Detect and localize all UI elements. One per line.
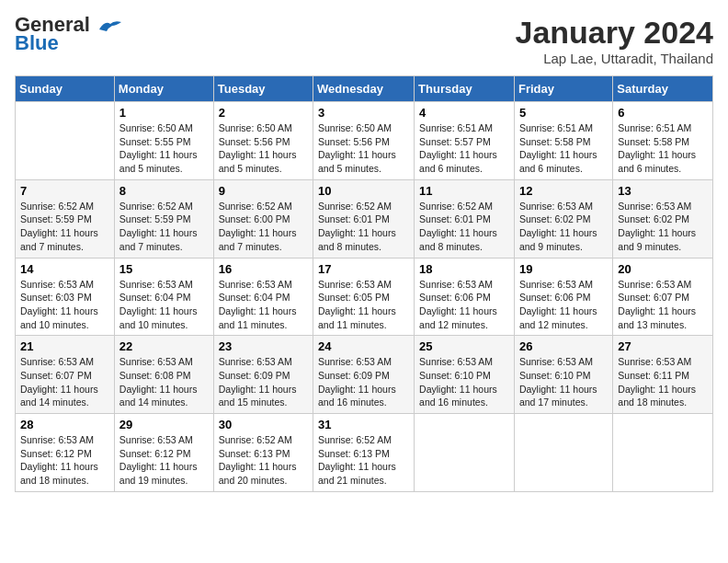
calendar-cell: 31Sunrise: 6:52 AMSunset: 6:13 PMDayligh…: [313, 414, 415, 492]
col-header-saturday: Saturday: [613, 76, 713, 102]
calendar-cell: [514, 414, 612, 492]
day-info: Sunrise: 6:50 AMSunset: 5:55 PMDaylight:…: [119, 121, 209, 176]
day-info: Sunrise: 6:52 AMSunset: 6:13 PMDaylight:…: [219, 433, 308, 488]
day-number: 25: [419, 339, 509, 353]
title-block: January 2024 Lap Lae, Uttaradit, Thailan…: [516, 15, 714, 66]
day-number: 29: [119, 418, 209, 431]
location-subtitle: Lap Lae, Uttaradit, Thailand: [516, 51, 714, 66]
calendar-cell: 15Sunrise: 6:53 AMSunset: 6:04 PMDayligh…: [114, 258, 213, 336]
day-number: 30: [219, 418, 308, 431]
day-number: 23: [219, 339, 308, 353]
day-info: Sunrise: 6:53 AMSunset: 6:06 PMDaylight:…: [419, 278, 509, 332]
day-info: Sunrise: 6:53 AMSunset: 6:06 PMDaylight:…: [519, 278, 608, 332]
calendar-cell: 2Sunrise: 6:50 AMSunset: 5:56 PMDaylight…: [213, 102, 313, 180]
day-number: 16: [219, 262, 308, 276]
calendar-cell: 16Sunrise: 6:53 AMSunset: 6:04 PMDayligh…: [213, 258, 313, 336]
day-number: 13: [618, 184, 708, 198]
calendar-cell: 8Sunrise: 6:52 AMSunset: 5:59 PMDaylight…: [114, 179, 213, 258]
calendar-cell: 5Sunrise: 6:51 AMSunset: 5:58 PMDaylight…: [514, 102, 612, 180]
page-header: General Blue January 2024 Lap Lae, Uttar…: [15, 15, 713, 66]
day-number: 26: [519, 339, 608, 353]
day-info: Sunrise: 6:53 AMSunset: 6:09 PMDaylight:…: [219, 355, 308, 409]
day-number: 6: [618, 106, 708, 120]
week-row-1: 1Sunrise: 6:50 AMSunset: 5:55 PMDaylight…: [16, 102, 713, 180]
day-info: Sunrise: 6:50 AMSunset: 5:56 PMDaylight:…: [318, 121, 409, 176]
day-info: Sunrise: 6:52 AMSunset: 5:59 PMDaylight:…: [119, 200, 209, 254]
day-info: Sunrise: 6:53 AMSunset: 6:10 PMDaylight:…: [419, 355, 509, 409]
col-header-wednesday: Wednesday: [313, 76, 415, 102]
day-number: 22: [119, 339, 209, 353]
day-number: 2: [219, 106, 308, 120]
week-row-3: 14Sunrise: 6:53 AMSunset: 6:03 PMDayligh…: [16, 258, 713, 336]
day-info: Sunrise: 6:53 AMSunset: 6:09 PMDaylight:…: [318, 355, 409, 409]
calendar-cell: 18Sunrise: 6:53 AMSunset: 6:06 PMDayligh…: [415, 258, 515, 336]
col-header-thursday: Thursday: [415, 76, 515, 102]
calendar-cell: 6Sunrise: 6:51 AMSunset: 5:58 PMDaylight…: [613, 102, 713, 180]
logo-blue: Blue: [15, 31, 59, 55]
calendar-table: SundayMondayTuesdayWednesdayThursdayFrid…: [15, 75, 713, 492]
calendar-cell: [16, 102, 115, 180]
day-info: Sunrise: 6:53 AMSunset: 6:02 PMDaylight:…: [519, 200, 608, 254]
day-info: Sunrise: 6:53 AMSunset: 6:08 PMDaylight:…: [119, 355, 209, 409]
logo: General Blue: [15, 15, 121, 55]
day-number: 10: [318, 184, 409, 198]
day-info: Sunrise: 6:53 AMSunset: 6:11 PMDaylight:…: [618, 355, 708, 409]
calendar-cell: 19Sunrise: 6:53 AMSunset: 6:06 PMDayligh…: [514, 258, 612, 336]
day-number: 11: [419, 184, 509, 198]
calendar-cell: 9Sunrise: 6:52 AMSunset: 6:00 PMDaylight…: [213, 179, 313, 258]
week-row-4: 21Sunrise: 6:53 AMSunset: 6:07 PMDayligh…: [16, 336, 713, 414]
calendar-cell: 24Sunrise: 6:53 AMSunset: 6:09 PMDayligh…: [313, 336, 415, 414]
col-header-tuesday: Tuesday: [213, 76, 313, 102]
day-number: 28: [20, 418, 109, 431]
calendar-cell: 13Sunrise: 6:53 AMSunset: 6:02 PMDayligh…: [613, 179, 713, 258]
day-number: 8: [119, 184, 209, 198]
day-info: Sunrise: 6:52 AMSunset: 6:01 PMDaylight:…: [419, 200, 509, 254]
day-number: 9: [219, 184, 308, 198]
day-info: Sunrise: 6:53 AMSunset: 6:07 PMDaylight:…: [20, 355, 109, 409]
day-number: 20: [618, 262, 708, 276]
week-row-2: 7Sunrise: 6:52 AMSunset: 5:59 PMDaylight…: [16, 179, 713, 258]
calendar-cell: 26Sunrise: 6:53 AMSunset: 6:10 PMDayligh…: [514, 336, 612, 414]
calendar-cell: 27Sunrise: 6:53 AMSunset: 6:11 PMDayligh…: [613, 336, 713, 414]
day-number: 21: [20, 339, 109, 353]
day-info: Sunrise: 6:51 AMSunset: 5:57 PMDaylight:…: [419, 121, 509, 176]
day-number: 18: [419, 262, 509, 276]
calendar-cell: [415, 414, 515, 492]
calendar-header-row: SundayMondayTuesdayWednesdayThursdayFrid…: [16, 76, 713, 102]
day-info: Sunrise: 6:53 AMSunset: 6:04 PMDaylight:…: [119, 278, 209, 332]
calendar-cell: 14Sunrise: 6:53 AMSunset: 6:03 PMDayligh…: [16, 258, 115, 336]
day-info: Sunrise: 6:53 AMSunset: 6:02 PMDaylight:…: [618, 200, 708, 254]
calendar-cell: 7Sunrise: 6:52 AMSunset: 5:59 PMDaylight…: [16, 179, 115, 258]
day-info: Sunrise: 6:53 AMSunset: 6:04 PMDaylight:…: [219, 278, 308, 332]
calendar-cell: [613, 414, 713, 492]
calendar-cell: 25Sunrise: 6:53 AMSunset: 6:10 PMDayligh…: [415, 336, 515, 414]
day-number: 3: [318, 106, 409, 120]
day-info: Sunrise: 6:53 AMSunset: 6:07 PMDaylight:…: [618, 278, 708, 332]
calendar-cell: 22Sunrise: 6:53 AMSunset: 6:08 PMDayligh…: [114, 336, 213, 414]
day-info: Sunrise: 6:53 AMSunset: 6:12 PMDaylight:…: [119, 433, 209, 488]
day-info: Sunrise: 6:53 AMSunset: 6:05 PMDaylight:…: [318, 278, 409, 332]
day-info: Sunrise: 6:52 AMSunset: 5:59 PMDaylight:…: [20, 200, 109, 254]
day-info: Sunrise: 6:51 AMSunset: 5:58 PMDaylight:…: [519, 121, 608, 176]
logo-bird-icon: [97, 18, 121, 33]
col-header-monday: Monday: [114, 76, 213, 102]
calendar-cell: 21Sunrise: 6:53 AMSunset: 6:07 PMDayligh…: [16, 336, 115, 414]
calendar-cell: 20Sunrise: 6:53 AMSunset: 6:07 PMDayligh…: [613, 258, 713, 336]
month-title: January 2024: [516, 15, 714, 51]
calendar-cell: 28Sunrise: 6:53 AMSunset: 6:12 PMDayligh…: [16, 414, 115, 492]
day-info: Sunrise: 6:53 AMSunset: 6:12 PMDaylight:…: [20, 433, 109, 488]
calendar-cell: 10Sunrise: 6:52 AMSunset: 6:01 PMDayligh…: [313, 179, 415, 258]
day-number: 27: [618, 339, 708, 353]
day-info: Sunrise: 6:53 AMSunset: 6:03 PMDaylight:…: [20, 278, 109, 332]
day-number: 31: [318, 418, 409, 431]
calendar-cell: 30Sunrise: 6:52 AMSunset: 6:13 PMDayligh…: [213, 414, 313, 492]
col-header-friday: Friday: [514, 76, 612, 102]
day-number: 7: [20, 184, 109, 198]
day-info: Sunrise: 6:52 AMSunset: 6:01 PMDaylight:…: [318, 200, 409, 254]
day-info: Sunrise: 6:52 AMSunset: 6:13 PMDaylight:…: [318, 433, 409, 488]
day-number: 17: [318, 262, 409, 276]
calendar-cell: 12Sunrise: 6:53 AMSunset: 6:02 PMDayligh…: [514, 179, 612, 258]
day-number: 19: [519, 262, 608, 276]
calendar-cell: 17Sunrise: 6:53 AMSunset: 6:05 PMDayligh…: [313, 258, 415, 336]
calendar-cell: 23Sunrise: 6:53 AMSunset: 6:09 PMDayligh…: [213, 336, 313, 414]
